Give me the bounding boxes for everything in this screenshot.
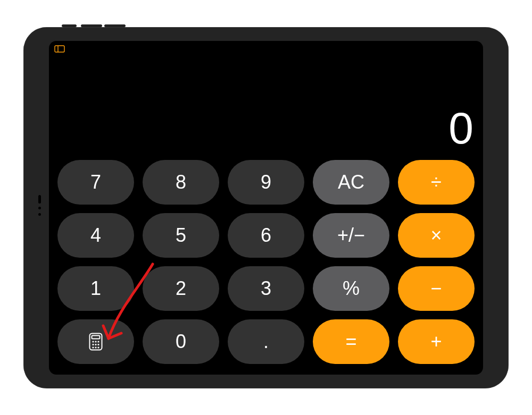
calculator-display: 0 bbox=[49, 41, 483, 156]
key-0[interactable]: 0 bbox=[143, 319, 219, 364]
key-3[interactable]: 3 bbox=[228, 266, 304, 311]
svg-point-7 bbox=[92, 343, 94, 345]
key-multiply[interactable]: × bbox=[398, 213, 475, 258]
ipad-device-frame: 0 7 8 9 AC ÷ 4 5 6 +/− × 1 2 3 % − bbox=[23, 27, 509, 388]
keypad: 7 8 9 AC ÷ 4 5 6 +/− × 1 2 3 % − bbox=[49, 156, 483, 375]
device-edge-button bbox=[62, 24, 77, 27]
key-all-clear[interactable]: AC bbox=[313, 160, 389, 205]
svg-point-9 bbox=[97, 343, 99, 345]
svg-point-12 bbox=[97, 346, 99, 348]
screen: 0 7 8 9 AC ÷ 4 5 6 +/− × 1 2 3 % − bbox=[49, 41, 483, 375]
svg-rect-0 bbox=[55, 46, 64, 52]
svg-point-4 bbox=[92, 341, 94, 342]
key-minus[interactable]: − bbox=[398, 266, 475, 311]
key-plus-minus[interactable]: +/− bbox=[313, 213, 389, 258]
svg-point-10 bbox=[92, 346, 94, 348]
key-4[interactable]: 4 bbox=[57, 213, 134, 258]
key-equals[interactable]: = bbox=[313, 319, 389, 364]
sidebar-toggle-icon[interactable] bbox=[54, 45, 65, 53]
key-9[interactable]: 9 bbox=[228, 160, 304, 205]
device-sensor-dot bbox=[38, 207, 41, 209]
key-plus[interactable]: + bbox=[398, 319, 475, 364]
key-5[interactable]: 5 bbox=[143, 213, 219, 258]
key-7[interactable]: 7 bbox=[57, 160, 134, 205]
svg-rect-3 bbox=[92, 335, 100, 338]
key-mode-switch[interactable] bbox=[57, 319, 134, 364]
device-sensor-dot bbox=[38, 213, 41, 216]
key-2[interactable]: 2 bbox=[143, 266, 219, 311]
svg-point-6 bbox=[97, 341, 99, 342]
svg-point-5 bbox=[95, 341, 96, 342]
calculator-icon bbox=[89, 333, 103, 351]
key-decimal[interactable]: . bbox=[228, 319, 304, 364]
svg-point-11 bbox=[95, 346, 96, 348]
device-edge-button bbox=[104, 24, 126, 27]
key-8[interactable]: 8 bbox=[143, 160, 219, 205]
svg-point-8 bbox=[95, 343, 96, 345]
key-divide[interactable]: ÷ bbox=[398, 160, 475, 205]
device-edge-button bbox=[81, 24, 102, 27]
key-percent[interactable]: % bbox=[313, 266, 389, 311]
key-1[interactable]: 1 bbox=[57, 266, 134, 311]
device-camera-slot bbox=[38, 195, 41, 204]
key-6[interactable]: 6 bbox=[228, 213, 304, 258]
display-value: 0 bbox=[448, 106, 473, 150]
